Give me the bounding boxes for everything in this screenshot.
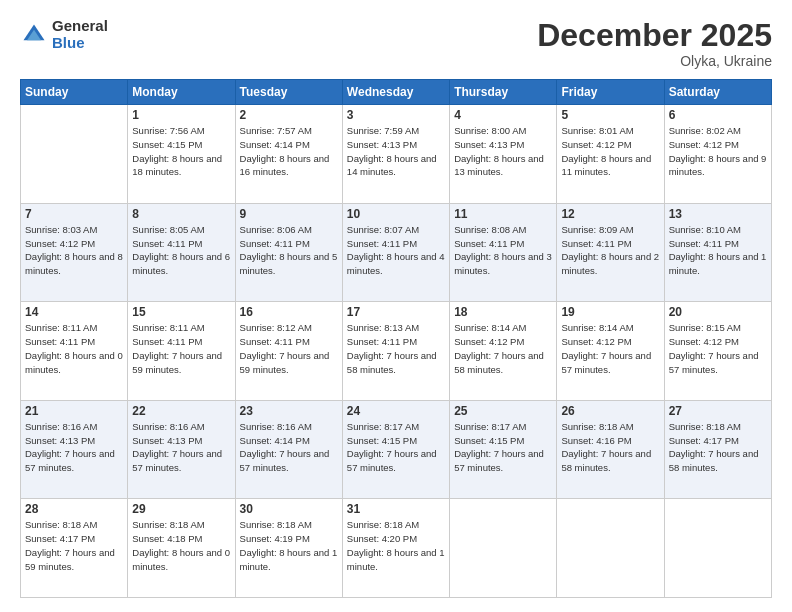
day-number: 17 (347, 305, 445, 319)
day-info: Sunrise: 8:11 AMSunset: 4:11 PMDaylight:… (25, 322, 123, 374)
col-saturday: Saturday (664, 80, 771, 105)
logo: General Blue (20, 18, 108, 51)
day-number: 15 (132, 305, 230, 319)
day-info: Sunrise: 8:16 AMSunset: 4:13 PMDaylight:… (25, 421, 115, 473)
day-number: 27 (669, 404, 767, 418)
day-number: 7 (25, 207, 123, 221)
day-number: 29 (132, 502, 230, 516)
day-number: 13 (669, 207, 767, 221)
calendar-header-row: Sunday Monday Tuesday Wednesday Thursday… (21, 80, 772, 105)
day-number: 16 (240, 305, 338, 319)
calendar-cell-w5-d2: 29 Sunrise: 8:18 AMSunset: 4:18 PMDaylig… (128, 499, 235, 598)
calendar-cell-w2-d5: 11 Sunrise: 8:08 AMSunset: 4:11 PMDaylig… (450, 203, 557, 302)
day-info: Sunrise: 8:17 AMSunset: 4:15 PMDaylight:… (454, 421, 544, 473)
calendar-cell-w2-d7: 13 Sunrise: 8:10 AMSunset: 4:11 PMDaylig… (664, 203, 771, 302)
calendar-cell-w4-d1: 21 Sunrise: 8:16 AMSunset: 4:13 PMDaylig… (21, 400, 128, 499)
day-number: 8 (132, 207, 230, 221)
day-number: 26 (561, 404, 659, 418)
day-info: Sunrise: 8:18 AMSunset: 4:19 PMDaylight:… (240, 519, 338, 571)
calendar-cell-w3-d1: 14 Sunrise: 8:11 AMSunset: 4:11 PMDaylig… (21, 302, 128, 401)
calendar-cell-w4-d7: 27 Sunrise: 8:18 AMSunset: 4:17 PMDaylig… (664, 400, 771, 499)
location-subtitle: Olyka, Ukraine (537, 53, 772, 69)
day-info: Sunrise: 7:57 AMSunset: 4:14 PMDaylight:… (240, 125, 330, 177)
calendar-cell-w5-d7 (664, 499, 771, 598)
day-info: Sunrise: 8:02 AMSunset: 4:12 PMDaylight:… (669, 125, 767, 177)
day-number: 11 (454, 207, 552, 221)
calendar-cell-w1-d1 (21, 105, 128, 204)
calendar-cell-w2-d1: 7 Sunrise: 8:03 AMSunset: 4:12 PMDayligh… (21, 203, 128, 302)
calendar-cell-w3-d3: 16 Sunrise: 8:12 AMSunset: 4:11 PMDaylig… (235, 302, 342, 401)
calendar-cell-w5-d6 (557, 499, 664, 598)
day-info: Sunrise: 8:16 AMSunset: 4:13 PMDaylight:… (132, 421, 222, 473)
calendar-cell-w5-d4: 31 Sunrise: 8:18 AMSunset: 4:20 PMDaylig… (342, 499, 449, 598)
calendar-cell-w5-d1: 28 Sunrise: 8:18 AMSunset: 4:17 PMDaylig… (21, 499, 128, 598)
day-number: 3 (347, 108, 445, 122)
calendar-cell-w2-d3: 9 Sunrise: 8:06 AMSunset: 4:11 PMDayligh… (235, 203, 342, 302)
day-info: Sunrise: 8:08 AMSunset: 4:11 PMDaylight:… (454, 224, 552, 276)
page: General Blue December 2025 Olyka, Ukrain… (0, 0, 792, 612)
calendar-cell-w1-d5: 4 Sunrise: 8:00 AMSunset: 4:13 PMDayligh… (450, 105, 557, 204)
day-number: 23 (240, 404, 338, 418)
calendar-cell-w4-d4: 24 Sunrise: 8:17 AMSunset: 4:15 PMDaylig… (342, 400, 449, 499)
week-row-2: 7 Sunrise: 8:03 AMSunset: 4:12 PMDayligh… (21, 203, 772, 302)
month-title: December 2025 (537, 18, 772, 53)
day-info: Sunrise: 8:18 AMSunset: 4:18 PMDaylight:… (132, 519, 230, 571)
day-info: Sunrise: 8:18 AMSunset: 4:16 PMDaylight:… (561, 421, 651, 473)
day-info: Sunrise: 8:17 AMSunset: 4:15 PMDaylight:… (347, 421, 437, 473)
week-row-3: 14 Sunrise: 8:11 AMSunset: 4:11 PMDaylig… (21, 302, 772, 401)
col-wednesday: Wednesday (342, 80, 449, 105)
day-number: 25 (454, 404, 552, 418)
day-info: Sunrise: 7:56 AMSunset: 4:15 PMDaylight:… (132, 125, 222, 177)
col-monday: Monday (128, 80, 235, 105)
day-number: 20 (669, 305, 767, 319)
day-info: Sunrise: 8:16 AMSunset: 4:14 PMDaylight:… (240, 421, 330, 473)
generalblue-logo-icon (20, 21, 48, 49)
calendar-cell-w1-d6: 5 Sunrise: 8:01 AMSunset: 4:12 PMDayligh… (557, 105, 664, 204)
day-info: Sunrise: 8:14 AMSunset: 4:12 PMDaylight:… (561, 322, 651, 374)
calendar-cell-w3-d4: 17 Sunrise: 8:13 AMSunset: 4:11 PMDaylig… (342, 302, 449, 401)
day-number: 14 (25, 305, 123, 319)
day-info: Sunrise: 8:00 AMSunset: 4:13 PMDaylight:… (454, 125, 544, 177)
day-number: 9 (240, 207, 338, 221)
day-info: Sunrise: 8:12 AMSunset: 4:11 PMDaylight:… (240, 322, 330, 374)
day-info: Sunrise: 8:01 AMSunset: 4:12 PMDaylight:… (561, 125, 651, 177)
calendar-cell-w5-d3: 30 Sunrise: 8:18 AMSunset: 4:19 PMDaylig… (235, 499, 342, 598)
calendar-cell-w2-d6: 12 Sunrise: 8:09 AMSunset: 4:11 PMDaylig… (557, 203, 664, 302)
logo-text: General Blue (52, 18, 108, 51)
logo-blue-label: Blue (52, 35, 108, 52)
calendar-cell-w4-d6: 26 Sunrise: 8:18 AMSunset: 4:16 PMDaylig… (557, 400, 664, 499)
day-info: Sunrise: 8:18 AMSunset: 4:20 PMDaylight:… (347, 519, 445, 571)
calendar-cell-w2-d2: 8 Sunrise: 8:05 AMSunset: 4:11 PMDayligh… (128, 203, 235, 302)
calendar-cell-w3-d2: 15 Sunrise: 8:11 AMSunset: 4:11 PMDaylig… (128, 302, 235, 401)
day-number: 5 (561, 108, 659, 122)
calendar-cell-w1-d2: 1 Sunrise: 7:56 AMSunset: 4:15 PMDayligh… (128, 105, 235, 204)
calendar-cell-w1-d3: 2 Sunrise: 7:57 AMSunset: 4:14 PMDayligh… (235, 105, 342, 204)
calendar-cell-w1-d7: 6 Sunrise: 8:02 AMSunset: 4:12 PMDayligh… (664, 105, 771, 204)
day-info: Sunrise: 8:18 AMSunset: 4:17 PMDaylight:… (669, 421, 759, 473)
day-number: 22 (132, 404, 230, 418)
calendar-cell-w3-d6: 19 Sunrise: 8:14 AMSunset: 4:12 PMDaylig… (557, 302, 664, 401)
day-info: Sunrise: 8:14 AMSunset: 4:12 PMDaylight:… (454, 322, 544, 374)
day-info: Sunrise: 8:05 AMSunset: 4:11 PMDaylight:… (132, 224, 230, 276)
day-number: 1 (132, 108, 230, 122)
week-row-1: 1 Sunrise: 7:56 AMSunset: 4:15 PMDayligh… (21, 105, 772, 204)
day-number: 4 (454, 108, 552, 122)
col-tuesday: Tuesday (235, 80, 342, 105)
day-number: 21 (25, 404, 123, 418)
logo-general-label: General (52, 18, 108, 35)
day-number: 30 (240, 502, 338, 516)
day-number: 2 (240, 108, 338, 122)
calendar-table: Sunday Monday Tuesday Wednesday Thursday… (20, 79, 772, 598)
col-friday: Friday (557, 80, 664, 105)
day-number: 19 (561, 305, 659, 319)
calendar-cell-w4-d3: 23 Sunrise: 8:16 AMSunset: 4:14 PMDaylig… (235, 400, 342, 499)
week-row-5: 28 Sunrise: 8:18 AMSunset: 4:17 PMDaylig… (21, 499, 772, 598)
day-number: 18 (454, 305, 552, 319)
day-info: Sunrise: 8:06 AMSunset: 4:11 PMDaylight:… (240, 224, 338, 276)
week-row-4: 21 Sunrise: 8:16 AMSunset: 4:13 PMDaylig… (21, 400, 772, 499)
calendar-cell-w4-d5: 25 Sunrise: 8:17 AMSunset: 4:15 PMDaylig… (450, 400, 557, 499)
day-info: Sunrise: 8:15 AMSunset: 4:12 PMDaylight:… (669, 322, 759, 374)
day-info: Sunrise: 8:09 AMSunset: 4:11 PMDaylight:… (561, 224, 659, 276)
calendar-cell-w4-d2: 22 Sunrise: 8:16 AMSunset: 4:13 PMDaylig… (128, 400, 235, 499)
day-number: 12 (561, 207, 659, 221)
